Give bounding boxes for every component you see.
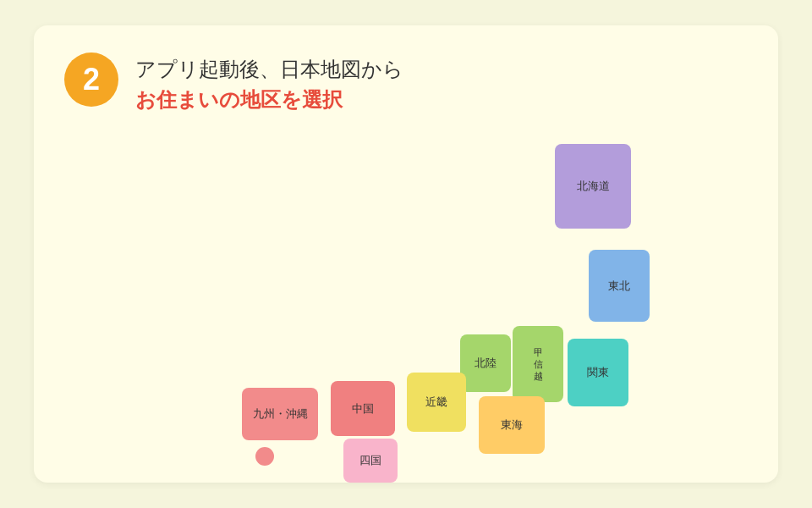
japan-map: 北海道東北関東甲信越北陸東海近畿中国四国九州・沖縄 xyxy=(64,127,748,466)
region-koshinetsu[interactable]: 甲信越 xyxy=(513,326,563,402)
region-tokai[interactable]: 東海 xyxy=(479,396,545,454)
region-dot[interactable] xyxy=(255,447,274,466)
card-header: 2 アプリ起動後、日本地図から お住まいの地区を選択 xyxy=(64,52,748,113)
region-tohoku[interactable]: 東北 xyxy=(589,250,650,322)
region-hokkaido[interactable]: 北海道 xyxy=(555,144,631,229)
instruction-card: 2 アプリ起動後、日本地図から お住まいの地区を選択 北海道東北関東甲信越北陸東… xyxy=(34,25,778,483)
region-shikoku[interactable]: 四国 xyxy=(343,439,398,483)
header-line2: お住まいの地区を選択 xyxy=(135,86,403,113)
region-kyushu[interactable]: 九州・沖縄 xyxy=(242,388,318,440)
region-hokuriku[interactable]: 北陸 xyxy=(460,334,511,392)
region-kinki[interactable]: 近畿 xyxy=(407,373,466,432)
step-badge: 2 xyxy=(64,52,118,107)
header-line1: アプリ起動後、日本地図から xyxy=(135,56,403,83)
header-text: アプリ起動後、日本地図から お住まいの地区を選択 xyxy=(135,52,403,113)
region-kanto[interactable]: 関東 xyxy=(568,339,628,406)
region-chugoku[interactable]: 中国 xyxy=(331,381,395,436)
